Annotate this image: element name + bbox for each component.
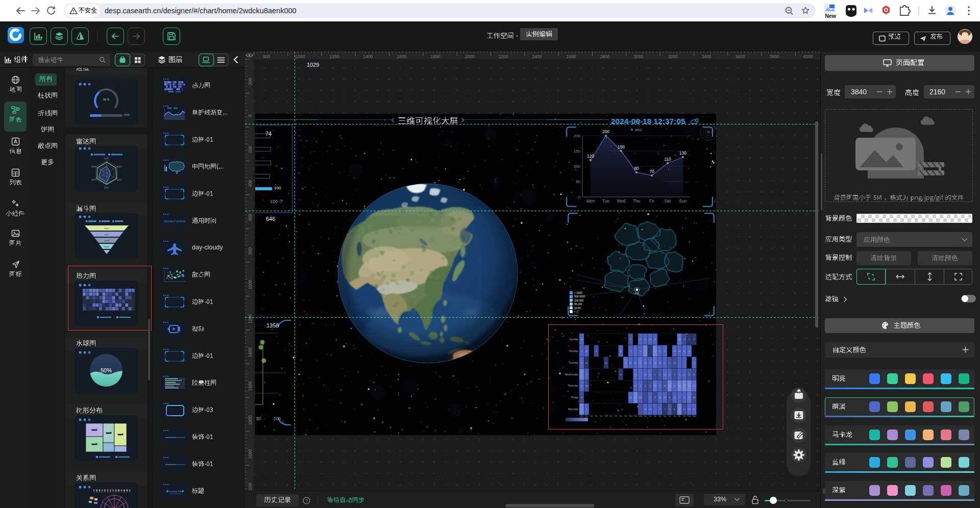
svg-text:1200: 1200 <box>330 54 339 59</box>
svg-text:800: 800 <box>248 247 253 255</box>
svg-text:< 1: < 1 <box>574 310 578 313</box>
svg-text:100: 100 <box>574 164 581 169</box>
svg-text:1800: 1800 <box>431 54 440 59</box>
svg-text:400: 400 <box>248 180 253 187</box>
svg-text:80: 80 <box>634 166 639 171</box>
svg-text:name4: name4 <box>118 434 123 436</box>
svg-text:Decorator Title: Decorator Title <box>168 490 182 493</box>
svg-text:2200: 2200 <box>499 54 508 59</box>
svg-text:data3: data3 <box>105 240 109 242</box>
svg-text:3800: 3800 <box>770 54 779 59</box>
svg-text:name1: name1 <box>92 429 97 431</box>
svg-text:50-200: 50-200 <box>574 302 582 306</box>
svg-text:1600: 1600 <box>248 381 253 391</box>
svg-text:1000: 1000 <box>296 54 305 59</box>
svg-text:数据4: 数据4 <box>104 187 109 189</box>
svg-text:Wed: Wed <box>617 199 626 204</box>
svg-text:data1: data1 <box>105 227 109 230</box>
svg-text:Sat: Sat <box>665 199 671 204</box>
svg-text:dm1: dm1 <box>635 128 642 132</box>
svg-text:110: 110 <box>664 157 671 162</box>
svg-text:50%: 50% <box>101 367 112 373</box>
svg-text:3200: 3200 <box>668 54 678 59</box>
svg-text:2800: 2800 <box>600 54 610 59</box>
svg-text:10-50: 10-50 <box>574 307 581 310</box>
svg-text:600: 600 <box>248 214 253 221</box>
svg-text:1800: 1800 <box>248 415 253 425</box>
svg-text:数据2: 数据2 <box>117 166 121 168</box>
svg-text:New: New <box>825 13 836 19</box>
svg-text:1000: 1000 <box>248 280 253 289</box>
svg-text:50: 50 <box>576 180 580 184</box>
svg-text:4000: 4000 <box>803 54 813 59</box>
svg-text:?: ? <box>305 498 308 503</box>
svg-text:1200: 1200 <box>248 314 253 323</box>
svg-text:130: 130 <box>679 150 687 156</box>
svg-text:0: 0 <box>578 195 581 199</box>
svg-text:data2: data2 <box>105 234 109 236</box>
svg-text:2000: 2000 <box>465 54 475 59</box>
svg-text:2600: 2600 <box>567 54 576 59</box>
svg-text:Thu: Thu <box>633 199 641 204</box>
svg-text:70: 70 <box>649 169 654 174</box>
svg-text:200: 200 <box>602 129 609 134</box>
svg-text:200-500: 200-500 <box>574 299 584 302</box>
svg-text:1600: 1600 <box>397 54 407 59</box>
svg-text:3600: 3600 <box>736 54 745 59</box>
svg-text:name2: name2 <box>92 443 97 445</box>
svg-text:0: 0 <box>248 114 253 117</box>
svg-text:北京: 北京 <box>635 292 640 295</box>
svg-text:data4: data4 <box>105 246 109 248</box>
svg-text:Sun: Sun <box>679 199 687 204</box>
svg-text:800: 800 <box>263 54 270 59</box>
svg-text:150: 150 <box>618 144 625 149</box>
svg-text:Tue: Tue <box>602 199 609 204</box>
svg-text:2022-09-07 10:54:04: 2022-09-07 10:54:04 <box>164 220 185 223</box>
svg-text:数据1: 数据1 <box>104 158 109 160</box>
svg-text:200: 200 <box>574 134 581 138</box>
svg-text:200: 200 <box>248 146 253 153</box>
svg-text:> 1000: > 1000 <box>574 291 582 294</box>
svg-text:2200: 2200 <box>248 482 253 491</box>
svg-text:200: 200 <box>274 416 281 421</box>
svg-text:1400: 1400 <box>363 54 373 59</box>
svg-text:3000: 3000 <box>634 54 644 59</box>
svg-text:120: 120 <box>587 154 594 159</box>
svg-text:50: 50 <box>256 416 261 421</box>
svg-text:数据5: 数据5 <box>91 179 96 181</box>
svg-text:name3: name3 <box>106 432 111 434</box>
svg-text:2000: 2000 <box>248 449 253 459</box>
svg-text:1400: 1400 <box>248 347 253 357</box>
svg-text:3400: 3400 <box>702 54 712 59</box>
svg-text:-200: -200 <box>248 78 253 86</box>
svg-text:150: 150 <box>574 149 581 154</box>
svg-text:500-1000: 500-1000 <box>574 295 585 298</box>
svg-text:数据6: 数据6 <box>91 166 96 168</box>
svg-text:Mon: Mon <box>586 199 595 204</box>
svg-text:数据3: 数据3 <box>117 179 121 181</box>
svg-text:2400: 2400 <box>532 54 542 59</box>
svg-text:Fri: Fri <box>649 199 654 204</box>
svg-text:36 %: 36 % <box>103 98 110 101</box>
